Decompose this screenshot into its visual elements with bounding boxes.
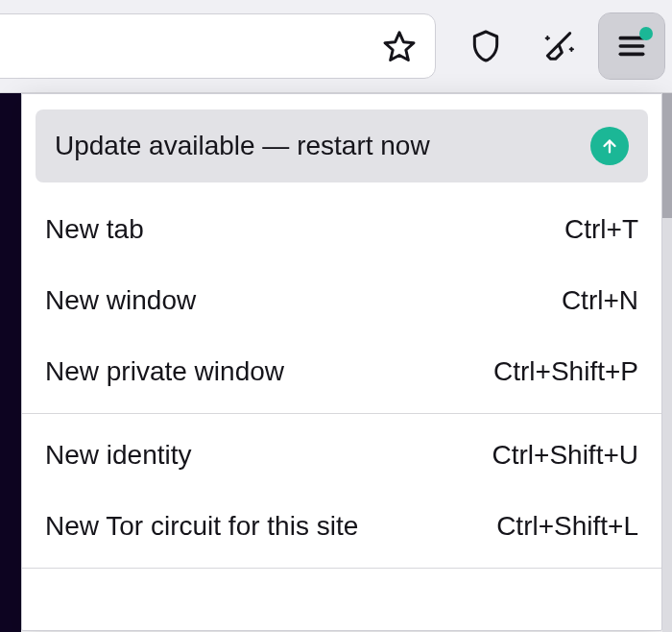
menu-item-shortcut: Ctrl+Shift+P	[493, 358, 638, 385]
broom-button[interactable]	[526, 13, 591, 79]
app-menu-button[interactable]	[599, 13, 664, 79]
toolbar	[0, 0, 672, 93]
menu-item-new-tor-circuit[interactable]: New Tor circuit for this site Ctrl+Shift…	[22, 491, 661, 562]
broom-sparkle-icon	[540, 27, 578, 65]
arrow-up-circle-icon	[590, 127, 629, 165]
menu-item-shortcut: Ctrl+T	[564, 216, 638, 243]
page-content-peek	[0, 93, 21, 632]
shield-button[interactable]	[453, 13, 518, 79]
menu-item-label: New Tor circuit for this site	[45, 513, 358, 540]
scrollbar-track[interactable]	[662, 93, 672, 632]
menu-item-shortcut: Ctrl+Shift+U	[492, 442, 639, 469]
menu-item-label: New identity	[45, 442, 192, 469]
url-bar[interactable]	[0, 13, 436, 79]
menu-item-new-identity[interactable]: New identity Ctrl+Shift+U	[22, 420, 661, 491]
menu-item-shortcut: Ctrl+Shift+L	[496, 513, 638, 540]
app-menu-panel: Update available — restart now New tab C…	[21, 93, 662, 631]
menu-item-new-private-window[interactable]: New private window Ctrl+Shift+P	[22, 336, 661, 407]
menu-separator	[22, 568, 661, 569]
menu-item-new-tab[interactable]: New tab Ctrl+T	[22, 194, 661, 265]
menu-item-label: New tab	[45, 216, 144, 243]
menu-separator	[22, 413, 661, 414]
menu-item-new-window[interactable]: New window Ctrl+N	[22, 265, 661, 336]
update-label: Update available — restart now	[55, 133, 571, 159]
menu-item-label: New private window	[45, 358, 284, 385]
menu-item-shortcut: Ctrl+N	[562, 287, 638, 314]
shield-icon	[467, 27, 505, 65]
bookmark-star-button[interactable]	[375, 22, 423, 70]
update-notification-dot	[639, 27, 653, 40]
star-icon	[380, 27, 419, 65]
scrollbar-thumb[interactable]	[662, 93, 672, 218]
menu-item-update-restart[interactable]: Update available — restart now	[36, 109, 648, 182]
menu-item-label: New window	[45, 287, 196, 314]
